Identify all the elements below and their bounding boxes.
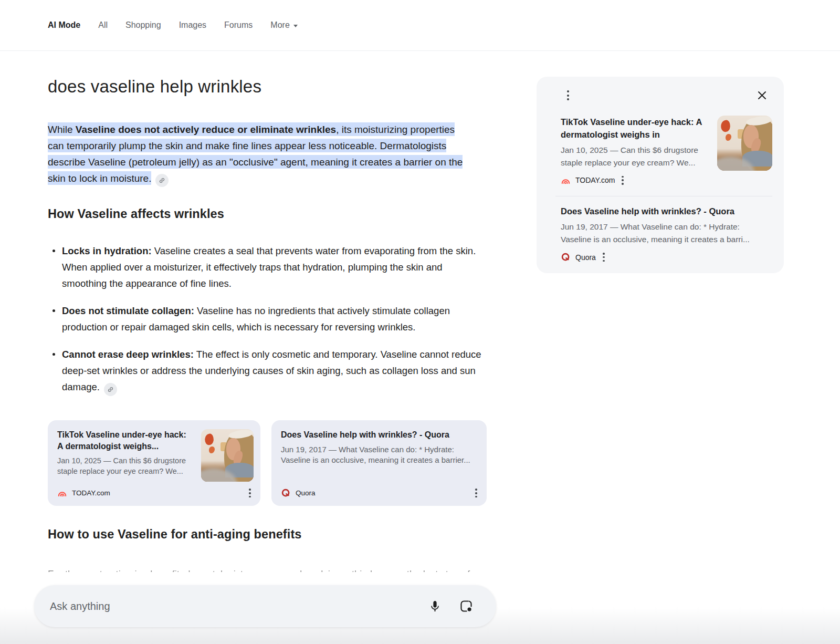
panel-source-snippet: Jun 19, 2017 — What Vaseline can do: * H… [561, 221, 772, 245]
panel-source-title: Does Vaseline help with wrinkles? - Quor… [561, 205, 772, 217]
ask-anything-bar[interactable] [34, 585, 496, 627]
highlighted-answer-text: While Vaseline does not actively reduce … [48, 122, 463, 185]
bullet-item: Locks in hydration: Vaseline creates a s… [48, 243, 484, 292]
close-icon [756, 89, 768, 101]
today-logo-icon [561, 175, 571, 185]
sources-side-panel: TikTok Vaseline under-eye hack: A dermat… [537, 77, 784, 273]
quora-logo-icon [281, 488, 291, 498]
tab-images[interactable]: Images [179, 20, 206, 30]
tab-all[interactable]: All [98, 20, 108, 30]
panel-entry-menu-button[interactable] [601, 251, 607, 263]
bullet-item: Does not stimulate collagen: Vaseline ha… [48, 303, 484, 335]
panel-source-today[interactable]: TikTok Vaseline under-eye hack: A dermat… [561, 116, 772, 186]
source-name: Quora [575, 253, 596, 262]
microphone-icon [428, 600, 442, 613]
quora-logo-icon [561, 252, 571, 262]
source-name: TODAY.com [72, 489, 110, 497]
panel-close-button[interactable] [755, 88, 769, 102]
ai-answer-paragraph: While Vaseline does not actively reduce … [48, 121, 465, 187]
tab-more-label: More [270, 20, 289, 30]
chain-link-icon [106, 385, 115, 394]
bullet-list: Locks in hydration: Vaseline creates a s… [48, 243, 484, 407]
section-heading-how-to-use: How to use Vaseline for anti-aging benef… [48, 527, 302, 542]
source-card-title: TikTok Vaseline under-eye hack: A dermat… [57, 429, 191, 452]
article-thumbnail [717, 116, 772, 171]
source-card-snippet: Jan 10, 2025 — Can this $6 drugstore sta… [57, 455, 194, 476]
panel-source-quora[interactable]: Does Vaseline help with wrinkles? - Quor… [561, 205, 772, 263]
bullet-item: Cannot erase deep wrinkles: The effect i… [48, 346, 484, 396]
card-menu-button[interactable] [473, 487, 479, 500]
tab-shopping[interactable]: Shopping [125, 20, 161, 30]
source-card-today[interactable]: TikTok Vaseline under-eye hack: A dermat… [48, 420, 260, 506]
source-cards-row: TikTok Vaseline under-eye hack: A dermat… [48, 420, 487, 506]
panel-source-snippet: Jan 10, 2025 — Can this $6 drugstore sta… [561, 144, 709, 169]
google-lens-icon [459, 599, 473, 613]
voice-search-button[interactable] [426, 597, 444, 615]
tab-more[interactable]: More [270, 20, 297, 30]
panel-source-title: TikTok Vaseline under-eye hack: A dermat… [561, 116, 709, 141]
today-logo-icon [57, 488, 67, 498]
chevron-down-icon [293, 25, 298, 27]
ask-anything-input[interactable] [49, 600, 412, 613]
panel-menu-button[interactable] [565, 88, 571, 102]
article-thumbnail [201, 429, 254, 482]
source-name: Quora [296, 489, 316, 497]
lens-search-button[interactable] [457, 597, 475, 615]
section-heading-affects: How Vaseline affects wrinkles [48, 207, 224, 221]
tab-ai-mode[interactable]: AI Mode [48, 20, 80, 30]
panel-entry-menu-button[interactable] [620, 174, 626, 186]
source-name: TODAY.com [575, 176, 615, 184]
source-card-title: Does Vaseline help with wrinkles? - Quor… [281, 429, 476, 441]
source-card-quora[interactable]: Does Vaseline help with wrinkles? - Quor… [271, 420, 487, 506]
divider [555, 196, 772, 196]
search-mode-tabs: AI Mode All Shopping Images Forums More [0, 0, 840, 51]
source-card-snippet: Jun 19, 2017 — What Vaseline can do: * H… [281, 444, 476, 465]
query-title: does vaseline help wrinkles [48, 77, 261, 97]
citation-link-button[interactable] [104, 383, 117, 396]
chain-link-icon [158, 175, 167, 185]
card-menu-button[interactable] [247, 487, 253, 500]
truncated-paragraph: For the most anti-aging benefit, dermato… [48, 566, 478, 572]
citation-link-button[interactable] [155, 174, 169, 187]
tab-forums[interactable]: Forums [224, 20, 253, 30]
